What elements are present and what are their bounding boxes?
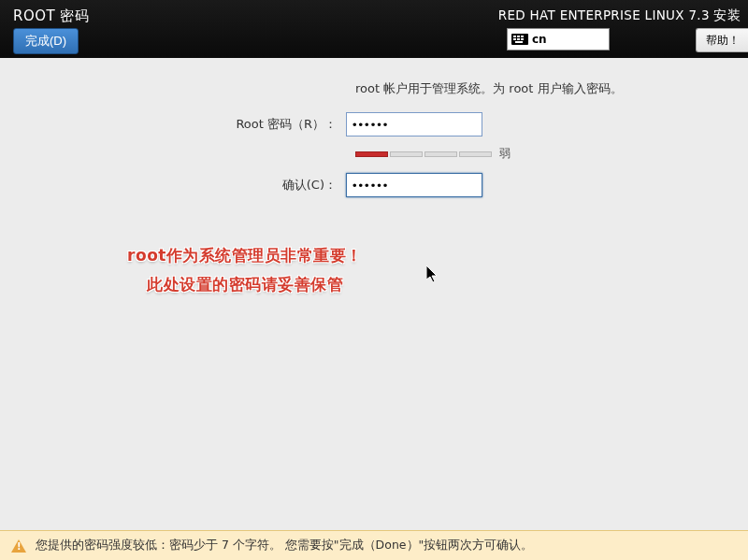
password-label: Root 密码（R）：: [0, 116, 346, 133]
confirm-row: 确认(C)：: [0, 173, 748, 197]
password-row: Root 密码（R）：: [0, 112, 748, 136]
cursor-icon: [426, 266, 439, 284]
strength-segment: [424, 151, 457, 157]
strength-label: 弱: [499, 146, 511, 162]
confirm-label: 确认(C)：: [0, 177, 346, 194]
warning-bar: 您提供的密码强度较低：密码少于 7 个字符。 您需要按"完成（Done）"按钮两…: [0, 530, 748, 560]
strength-meter: [355, 151, 492, 157]
strength-segment: [355, 151, 388, 157]
root-password-input[interactable]: [346, 112, 482, 136]
warning-message: 您提供的密码强度较低：密码少于 7 个字符。 您需要按"完成（Done）"按钮两…: [36, 538, 533, 553]
warning-icon: [11, 539, 26, 553]
strength-segment: [390, 151, 423, 157]
annotation-line2: 此处设置的密码请妥善保管: [123, 270, 367, 299]
instruction-text: root 帐户用于管理系统。为 root 用户输入密码。: [355, 80, 748, 97]
help-button[interactable]: 帮助！: [696, 28, 748, 52]
keyboard-icon: [511, 34, 528, 45]
strength-row: 弱: [355, 146, 748, 162]
keyboard-layout-label: cn: [532, 33, 547, 46]
page-title: ROOT 密码: [13, 7, 89, 25]
confirm-password-input[interactable]: [346, 173, 482, 197]
annotation-line1: root作为系统管理员非常重要！: [123, 241, 367, 270]
content-area: root 帐户用于管理系统。为 root 用户输入密码。 Root 密码（R）：…: [0, 58, 748, 197]
done-button[interactable]: 完成(D): [13, 28, 79, 54]
strength-segment: [459, 151, 492, 157]
product-label: RED HAT ENTERPRISE LINUX 7.3 安装: [498, 7, 741, 24]
header-bar: ROOT 密码 完成(D) RED HAT ENTERPRISE LINUX 7…: [0, 0, 748, 58]
annotation-overlay: root作为系统管理员非常重要！ 此处设置的密码请妥善保管: [123, 241, 367, 298]
keyboard-layout-selector[interactable]: cn: [507, 28, 610, 50]
